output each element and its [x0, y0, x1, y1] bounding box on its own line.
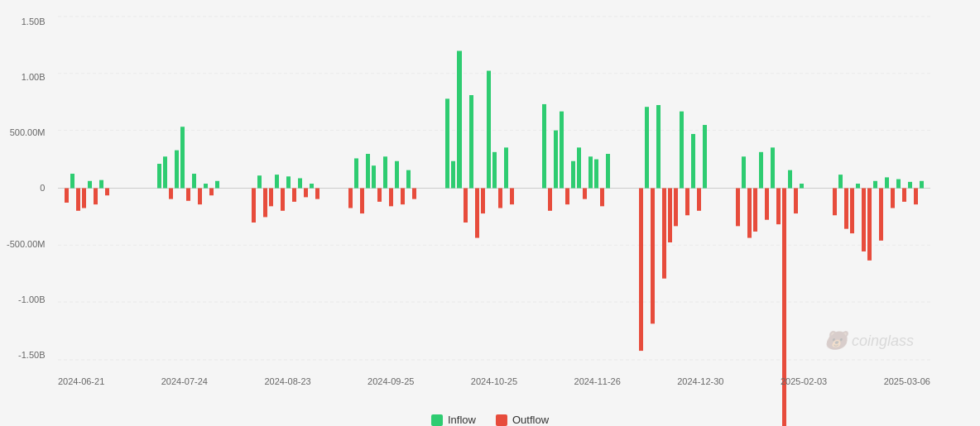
bar — [215, 181, 219, 189]
y-label-neg1_5b: -1.50B — [18, 350, 45, 360]
bar — [697, 189, 701, 211]
bar — [105, 189, 109, 196]
bar — [594, 160, 598, 189]
x-label-6: 2024-11-26 — [574, 376, 621, 386]
legend-inflow: Inflow — [431, 414, 476, 426]
bar — [914, 189, 918, 205]
y-label-1b: 1.00B — [22, 72, 46, 82]
bar — [753, 189, 757, 232]
bar — [788, 170, 792, 189]
bar — [668, 189, 672, 243]
bar — [348, 189, 353, 208]
bar — [838, 175, 843, 188]
bar — [157, 164, 161, 188]
bar — [571, 161, 575, 189]
bar — [99, 180, 103, 189]
y-label-neg1b: -1.00B — [18, 294, 45, 304]
inflow-color-swatch — [431, 414, 443, 426]
bar — [554, 131, 558, 189]
bar — [765, 189, 769, 220]
bar — [685, 189, 689, 216]
bar — [504, 147, 508, 188]
bar — [560, 112, 564, 189]
legend: Inflow Outflow — [431, 414, 549, 426]
bar — [651, 189, 655, 324]
bar — [896, 179, 901, 189]
bar — [583, 189, 587, 199]
bar — [510, 189, 514, 205]
bar — [65, 189, 69, 203]
bar — [175, 151, 179, 189]
bar — [198, 189, 202, 205]
bar — [377, 189, 382, 202]
bar — [257, 175, 262, 188]
outflow-label: Outflow — [512, 414, 549, 426]
bar — [315, 189, 319, 199]
x-axis: 2024-06-21 2024-07-24 2024-08-23 2024-09… — [58, 376, 930, 386]
bar — [742, 156, 746, 188]
bar — [776, 189, 781, 225]
bar — [844, 189, 848, 229]
bar-chart — [58, 17, 930, 360]
bar — [451, 161, 455, 189]
bar — [600, 189, 604, 207]
bar — [94, 189, 98, 205]
bar — [691, 134, 695, 189]
bar — [192, 174, 196, 188]
bar — [360, 189, 364, 214]
bar — [862, 189, 866, 251]
bar — [577, 147, 581, 188]
bar — [383, 156, 387, 188]
x-label-2: 2024-07-24 — [161, 376, 208, 386]
bar — [457, 51, 462, 189]
bar — [639, 189, 643, 352]
bar — [412, 189, 416, 199]
bar — [759, 152, 763, 189]
bar — [856, 184, 860, 188]
legend-outflow: Outflow — [496, 414, 549, 426]
bar — [169, 189, 173, 199]
bar — [366, 154, 370, 189]
bar — [891, 189, 895, 208]
watermark-text: coinglass — [852, 333, 914, 350]
x-label-1: 2024-06-21 — [58, 376, 104, 386]
bar — [252, 189, 256, 223]
y-label-neg500m: -500.00M — [7, 239, 45, 249]
bar — [464, 189, 468, 223]
y-axis: 1.50B 1.00B 500.00M 0 -500.00M -1.00B -1… — [7, 17, 45, 360]
bar — [406, 170, 411, 189]
bar — [310, 184, 314, 188]
bar — [76, 189, 80, 211]
bar — [487, 71, 491, 189]
y-label-0: 0 — [40, 183, 45, 193]
x-label-5: 2024-10-25 — [471, 376, 517, 386]
inflow-label: Inflow — [448, 414, 476, 426]
bar — [469, 95, 473, 188]
bar — [908, 182, 912, 189]
x-label-8: 2025-02-03 — [781, 376, 827, 386]
y-label-1_5b: 1.50B — [22, 17, 46, 26]
bar — [674, 189, 678, 227]
bar — [401, 189, 405, 205]
bar — [548, 189, 552, 211]
watermark: 🐻 coinglass — [824, 330, 914, 352]
bar — [565, 189, 569, 205]
bar — [88, 181, 92, 189]
bar — [492, 152, 497, 189]
bar — [902, 189, 906, 202]
bar — [445, 98, 449, 188]
chart-container: 1.50B 1.00B 500.00M 0 -500.00M -1.00B -1… — [0, 0, 980, 426]
bar — [662, 189, 666, 279]
bar — [292, 189, 296, 202]
bar — [833, 189, 837, 216]
bar — [703, 125, 707, 188]
bar — [800, 184, 804, 188]
x-label-9: 2025-03-06 — [884, 376, 930, 386]
x-label-7: 2024-12-30 — [677, 376, 723, 386]
x-label-3: 2024-08-23 — [264, 376, 310, 386]
bar — [389, 189, 393, 207]
bar — [885, 177, 889, 188]
bar — [771, 147, 775, 188]
bar — [372, 165, 376, 188]
bar — [298, 178, 302, 188]
